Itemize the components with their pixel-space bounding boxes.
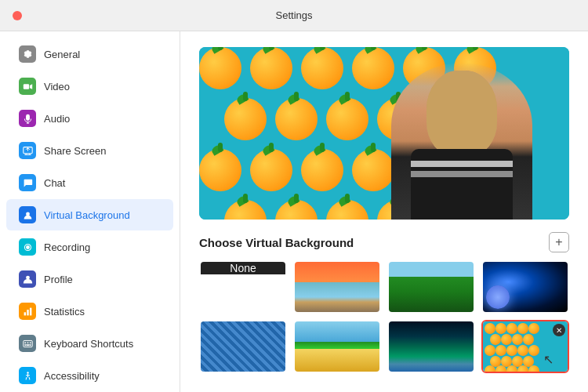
- sidebar-item-general[interactable]: General: [6, 38, 173, 70]
- sidebar: General Video Audio Share Screen Chat: [0, 31, 180, 392]
- add-background-button[interactable]: +: [549, 232, 569, 252]
- body-stripe-2: [411, 171, 513, 177]
- sidebar-label-statistics: Statistics: [44, 306, 85, 318]
- mini-orange-dot: [485, 345, 495, 356]
- sidebar-label-virtual-background: Virtual Background: [44, 209, 130, 221]
- preview-orange: [352, 47, 394, 89]
- mini-orange-dot: [523, 334, 534, 345]
- preview-orange: [301, 149, 343, 191]
- bg-item-beach[interactable]: [293, 320, 381, 373]
- sidebar-label-recording: Recording: [44, 241, 90, 253]
- svg-rect-15: [29, 344, 31, 346]
- remove-bg-button[interactable]: ✕: [553, 324, 565, 336]
- mini-orange-dot: [485, 323, 495, 334]
- person-hair-long: [426, 86, 497, 157]
- content-panel: Choose Virtual Background + None ✕ ↖: [180, 31, 588, 392]
- sidebar-item-statistics[interactable]: Statistics: [6, 296, 173, 327]
- sidebar-item-chat[interactable]: Chat: [6, 167, 173, 198]
- svg-rect-13: [24, 344, 26, 346]
- mini-orange-dot: [495, 323, 506, 334]
- bg-item-aurora[interactable]: [387, 320, 475, 373]
- space-glow: [486, 285, 510, 309]
- statistics-icon: [19, 303, 36, 320]
- sidebar-item-profile[interactable]: Profile: [6, 263, 173, 295]
- preview-background: [199, 47, 569, 220]
- sidebar-label-keyboard-shortcuts: Keyboard Shortcuts: [44, 338, 133, 350]
- sidebar-item-accessibility[interactable]: Accessibility: [6, 360, 173, 391]
- preview-area: [199, 47, 569, 220]
- bg-item-none[interactable]: None: [199, 260, 287, 314]
- bg-item-space[interactable]: [481, 260, 569, 314]
- svg-point-4: [26, 245, 30, 249]
- sidebar-label-video: Video: [44, 81, 70, 93]
- sidebar-item-video[interactable]: Video: [6, 71, 173, 102]
- choose-section: Choose Virtual Background + None ✕ ↖: [199, 232, 569, 373]
- bg-beach-img: [295, 321, 379, 372]
- mini-orange-dot: [528, 365, 539, 372]
- bg-golden-gate-img: [295, 262, 379, 312]
- choose-title: Choose Virtual Background: [199, 236, 354, 249]
- virtual-background-icon: [19, 206, 36, 223]
- bg-item-blue-pattern[interactable]: [199, 320, 287, 373]
- mini-orange-dot: [506, 345, 517, 356]
- preview-orange: [199, 47, 241, 89]
- sidebar-item-share-screen[interactable]: Share Screen: [6, 135, 173, 166]
- audio-icon: [19, 110, 36, 127]
- preview-orange: [224, 98, 267, 140]
- share-screen-icon: [19, 142, 36, 159]
- background-grid: None ✕ ↖: [199, 260, 569, 373]
- sidebar-item-recording[interactable]: Recording: [6, 231, 173, 263]
- main-content: General Video Audio Share Screen Chat: [0, 31, 588, 392]
- preview-orange: [352, 149, 394, 191]
- svg-rect-14: [26, 344, 29, 346]
- mini-orange-dot: [501, 334, 512, 345]
- svg-rect-11: [27, 342, 28, 343]
- sidebar-label-profile: Profile: [44, 274, 73, 285]
- sidebar-item-audio[interactable]: Audio: [6, 103, 173, 134]
- bg-item-golden-gate[interactable]: [293, 260, 381, 314]
- bg-blue-pattern-img: [201, 321, 285, 372]
- svg-point-16: [27, 372, 28, 373]
- keyboard-shortcuts-icon: [19, 335, 36, 352]
- person-body: [411, 149, 513, 220]
- mini-orange-dot: [517, 323, 528, 334]
- bg-item-forest[interactable]: [387, 260, 475, 314]
- preview-orange: [250, 47, 292, 89]
- preview-orange: [199, 149, 241, 191]
- preview-orange: [326, 200, 368, 220]
- mini-orange-dot: [517, 365, 528, 372]
- svg-rect-0: [23, 84, 28, 89]
- svg-rect-12: [29, 342, 31, 343]
- mini-orange-dot: [512, 334, 523, 345]
- body-stripe-1: [411, 161, 513, 167]
- window-title: Settings: [276, 9, 313, 21]
- mini-orange-dot: [485, 365, 495, 372]
- sidebar-label-share-screen: Share Screen: [44, 145, 107, 157]
- person-overlay: [391, 63, 532, 220]
- recording-icon: [19, 238, 36, 256]
- mini-orange-dot: [490, 334, 501, 345]
- svg-rect-8: [29, 307, 31, 315]
- sidebar-item-virtual-background[interactable]: Virtual Background: [6, 199, 173, 230]
- accessibility-icon: [19, 367, 36, 384]
- mini-orange-dot: [495, 345, 506, 356]
- svg-rect-9: [23, 340, 31, 347]
- sidebar-label-general: General: [44, 49, 80, 60]
- mini-orange-dot: [506, 323, 517, 334]
- preview-orange: [275, 98, 318, 140]
- person-head: [426, 71, 497, 157]
- choose-header: Choose Virtual Background +: [199, 232, 569, 252]
- bg-aurora-img: [389, 321, 474, 372]
- bg-item-oranges[interactable]: ✕ ↖: [481, 320, 569, 373]
- sidebar-label-accessibility: Accessibility: [44, 370, 100, 382]
- sidebar-label-audio: Audio: [44, 113, 70, 125]
- mini-orange-dot: [506, 365, 517, 372]
- svg-rect-10: [24, 342, 26, 343]
- bg-none-label: None: [201, 262, 285, 274]
- mini-orange-dot: [495, 365, 506, 372]
- close-button[interactable]: [13, 11, 22, 20]
- preview-orange: [250, 149, 292, 191]
- mini-orange-dot: [517, 345, 528, 356]
- chat-icon: [19, 174, 36, 191]
- sidebar-item-keyboard-shortcuts[interactable]: Keyboard Shortcuts: [6, 328, 173, 359]
